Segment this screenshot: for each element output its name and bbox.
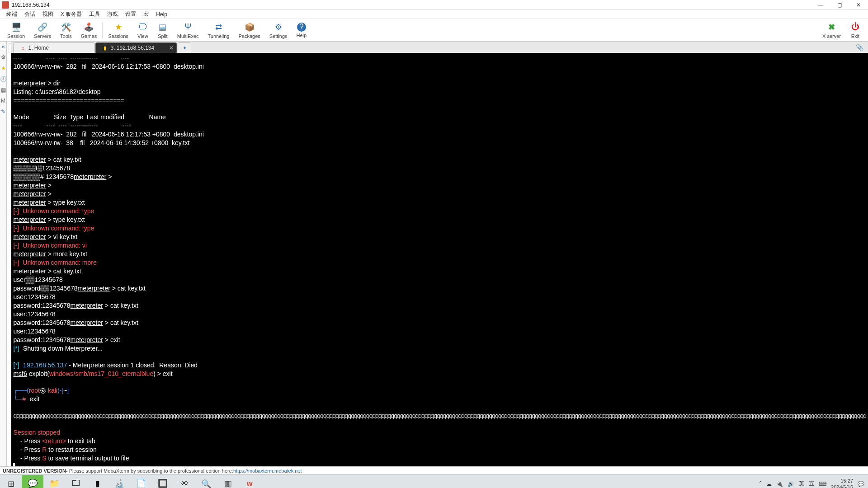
start-button[interactable]: ⊞ xyxy=(0,475,22,488)
task-wechat[interactable]: 💬 xyxy=(22,475,43,488)
star-icon: ★ xyxy=(113,22,124,33)
tool-multiexec[interactable]: ΨMultiExec xyxy=(173,21,203,40)
session-item[interactable]: COM5 (USB Serial Port (COM5)) xyxy=(7,174,11,208)
tunneling-icon: ⇄ xyxy=(213,22,224,33)
tray-volume-icon[interactable]: 🔊 xyxy=(788,481,794,487)
session-icon: 🖥️ xyxy=(11,22,22,33)
task-notepad[interactable]: 📄 xyxy=(130,475,152,488)
task-explorer[interactable]: 📁 xyxy=(43,475,65,488)
task-wps[interactable]: W xyxy=(239,475,260,488)
upgrade-link[interactable]: https://mobaxterm.mobatek.net xyxy=(233,468,302,474)
close-button[interactable]: ✕ xyxy=(851,0,866,10)
tool-sessions[interactable]: ★Sessions xyxy=(104,21,133,40)
session-item[interactable]: 192.168.201.105 xyxy=(7,78,11,86)
terminal-tab-icon: ▮ xyxy=(102,45,108,51)
sidebar: User sessions 192.168.201.104 192.168.20… xyxy=(7,42,11,466)
tab-new[interactable]: ✦ xyxy=(178,42,191,53)
toolbar-separator xyxy=(102,22,103,38)
tray-cloud-icon[interactable]: ☁ xyxy=(766,481,772,487)
list-icon[interactable]: ▤ xyxy=(0,87,6,93)
tray-notifications-icon[interactable]: 💬 xyxy=(858,481,864,487)
tray-clock[interactable]: 15:27 2024/6/16 xyxy=(831,478,853,488)
session-item[interactable]: 39.98.179.29 xyxy=(7,118,11,127)
tool-xserver[interactable]: ✖X server xyxy=(818,21,845,40)
menu-tools[interactable]: 工具 xyxy=(85,9,104,19)
session-item[interactable]: COM3 (USB Serial Port (COM3)) xyxy=(7,141,11,174)
gear-icon: ⚙ xyxy=(273,22,284,33)
tree-root[interactable]: User sessions xyxy=(7,55,11,70)
terminal-cursor xyxy=(13,463,15,466)
tool-exit[interactable]: ⏻Exit xyxy=(845,21,865,40)
tray-ime2[interactable]: 五 xyxy=(809,480,814,488)
multiexec-icon: Ψ xyxy=(183,22,193,33)
menu-settings[interactable]: 设置 xyxy=(122,9,140,19)
plus-icon: ✦ xyxy=(183,45,187,51)
session-item[interactable]: 192.168.201.106 xyxy=(7,86,11,94)
tool-help[interactable]: ?Help xyxy=(292,22,311,39)
menu-games[interactable]: 游戏 xyxy=(104,9,122,19)
tab-home[interactable]: ⌂ 1. Home xyxy=(13,42,94,53)
task-vm[interactable]: 🔲 xyxy=(152,475,174,488)
session-item[interactable]: 192.168.56.135 xyxy=(7,110,11,118)
tab-active[interactable]: ▮ 3. 192.168.56.134 ✕ xyxy=(95,42,177,53)
session-item[interactable]: 43.143.167.74 (root) xyxy=(7,127,11,141)
tab-close-icon[interactable]: ✕ xyxy=(169,45,174,51)
tab-row: ⌂ 1. Home ▮ 3. 192.168.56.134 ✕ ✦ 📎 xyxy=(11,42,868,53)
tools-icon: 🛠️ xyxy=(61,22,71,33)
globe-icon[interactable]: ⚙ xyxy=(0,54,6,61)
tray-power-icon[interactable]: 🔌 xyxy=(776,481,783,487)
power-icon: ⏻ xyxy=(850,22,861,33)
split-icon: ▤ xyxy=(157,22,168,33)
system-tray: ˄ ☁ 🔌 🔊 英 五 ⌨ 15:27 2024/6/16 💬 xyxy=(755,478,868,488)
titlebar: 192.168.56.134 — ▢ ✕ xyxy=(0,0,868,10)
toolbar: 🖥️Session 🔗Servers 🛠️Tools 🕹️Games ★Sess… xyxy=(0,19,868,42)
window-title: 192.168.56.134 xyxy=(12,2,49,8)
tool-split[interactable]: ▤Split xyxy=(153,21,173,40)
macro-icon[interactable]: M xyxy=(0,98,6,104)
session-item[interactable]: 192.168.201.104 xyxy=(7,70,11,78)
view-icon: 🖵 xyxy=(137,22,148,33)
menu-view[interactable]: 视图 xyxy=(39,9,57,19)
xserver-icon: ✖ xyxy=(826,22,837,33)
clock-icon[interactable]: 🕘 xyxy=(0,76,6,82)
tool-tools[interactable]: 🛠️Tools xyxy=(56,21,76,40)
side-tab-strip: « ⚙ ★ 🕘 ▤ M ✎ xyxy=(0,42,7,466)
windows-taskbar: ⊞ 💬 📁 🗔 ▮ 🔬 📄 🔲 👁 🔍 ▥ W ˄ ☁ 🔌 🔊 英 五 ⌨ 15… xyxy=(0,474,868,488)
menu-sessions[interactable]: 会话 xyxy=(21,9,39,19)
tool-session[interactable]: 🖥️Session xyxy=(3,21,29,40)
task-mobaxterm[interactable]: ▥ xyxy=(217,475,239,488)
task-everything[interactable]: 🔍 xyxy=(195,475,217,488)
tray-chevron-icon[interactable]: ˄ xyxy=(759,481,762,487)
app-icon xyxy=(2,1,9,9)
tool-games[interactable]: 🕹️Games xyxy=(76,21,101,40)
brush-icon[interactable]: ✎ xyxy=(0,108,6,115)
paperclip-icon[interactable]: 📎 xyxy=(856,44,863,53)
task-terminal[interactable]: ▮ xyxy=(87,475,108,488)
menu-xserver[interactable]: X 服务器 xyxy=(57,9,85,19)
minimize-button[interactable]: — xyxy=(813,0,828,10)
tool-packages[interactable]: 📦Packages xyxy=(234,21,264,40)
session-item[interactable]: 192.168.201.107 xyxy=(7,94,11,102)
tool-view[interactable]: 🖵View xyxy=(133,21,153,40)
help-icon: ? xyxy=(297,23,306,32)
session-item[interactable]: 192.168.56.134 xyxy=(7,102,11,110)
terminal[interactable]: ---- ---- ---- ------------- ---- 100666… xyxy=(11,53,868,466)
task-nmap[interactable]: 👁 xyxy=(174,475,195,488)
task-app1[interactable]: 🗔 xyxy=(65,475,87,488)
tool-settings[interactable]: ⚙Settings xyxy=(265,21,292,40)
task-wireshark[interactable]: 🔬 xyxy=(108,475,130,488)
menu-help[interactable]: Help xyxy=(152,10,171,19)
games-icon: 🕹️ xyxy=(83,22,94,33)
tray-keyboard-icon[interactable]: ⌨ xyxy=(819,481,826,487)
maximize-button[interactable]: ▢ xyxy=(832,0,847,10)
menu-macros[interactable]: 宏 xyxy=(140,9,152,19)
statusbar: UNREGISTERED VERSION - Please support Mo… xyxy=(0,466,868,474)
favorites-icon[interactable]: ★ xyxy=(0,65,6,71)
collapse-icon[interactable]: « xyxy=(0,43,6,50)
servers-icon: 🔗 xyxy=(37,22,48,33)
tray-ime1[interactable]: 英 xyxy=(799,480,804,488)
tool-tunneling[interactable]: ⇄Tunneling xyxy=(203,21,234,40)
tool-servers[interactable]: 🔗Servers xyxy=(29,21,56,40)
unregistered-label: UNREGISTERED VERSION xyxy=(3,468,66,474)
menu-terminal[interactable]: 终端 xyxy=(3,9,21,19)
